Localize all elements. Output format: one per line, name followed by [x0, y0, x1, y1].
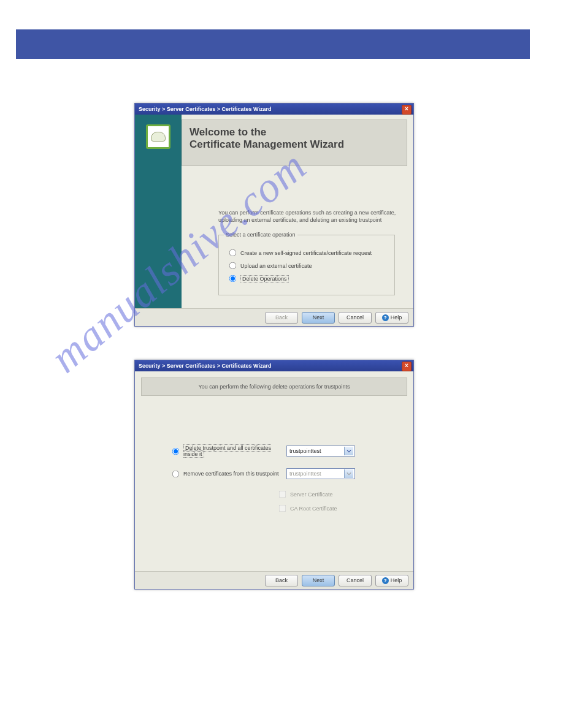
cancel-button[interactable]: Cancel: [339, 312, 372, 324]
window-titlebar[interactable]: Security > Server Certificates > Certifi…: [135, 360, 413, 371]
radio-label: Delete trustpoint and all certificates i…: [183, 444, 271, 458]
wizard2-button-bar: Back Next Cancel ? Help: [135, 571, 413, 589]
back-button-label: Back: [275, 576, 288, 585]
next-button-label: Next: [313, 576, 324, 585]
dropdown-value: trustpointtest: [289, 471, 321, 477]
chevron-down-icon[interactable]: [344, 447, 353, 455]
document-page: manualshive.com Security > Server Certif…: [0, 0, 563, 728]
close-icon[interactable]: ×: [402, 105, 412, 115]
help-button[interactable]: ? Help: [375, 312, 408, 324]
window-titlebar[interactable]: Security > Server Certificates > Certifi…: [135, 104, 413, 115]
dropdown-value: trustpointtest: [289, 448, 321, 454]
radio-upload-certificate[interactable]: Upload an external certificate: [229, 262, 389, 270]
radio-input[interactable]: [172, 470, 180, 477]
window-title-text: Security > Server Certificates > Certifi…: [139, 106, 272, 112]
delete-options-grid: Delete trustpoint and all certificates i…: [172, 445, 389, 512]
checkbox-server-certificate[interactable]: Server Certificate: [278, 490, 389, 498]
operation-fieldset: Select a certificate operation Create a …: [218, 235, 395, 295]
radio-input[interactable]: [172, 447, 180, 455]
window-title-text: Security > Server Certificates > Certifi…: [139, 363, 272, 369]
certificates-wizard-step1-window: Security > Server Certificates > Certifi…: [134, 103, 414, 327]
help-button-label: Help: [391, 313, 402, 322]
operation-fieldset-legend: Select a certificate operation: [224, 232, 297, 238]
back-button[interactable]: Back: [265, 575, 298, 586]
next-button-label: Next: [313, 313, 324, 322]
radio-create-certificate[interactable]: Create a new self-signed certificate/cer…: [229, 249, 389, 257]
radio-delete-operations[interactable]: Delete Operations: [229, 275, 389, 282]
wizard1-body: Welcome to the Certificate Management Wi…: [135, 115, 413, 308]
radio-label: Create a new self-signed certificate/cer…: [240, 250, 372, 256]
wizard-sidebar: [135, 115, 182, 308]
wizard1-button-bar: Back Next Cancel ? Help: [135, 308, 413, 326]
radio-input[interactable]: [229, 262, 237, 270]
cancel-button-label: Cancel: [347, 313, 364, 322]
trustpoint-dropdown[interactable]: trustpointtest: [286, 446, 355, 457]
wizard1-heading-line2: Certificate Management Wizard: [190, 138, 399, 151]
cancel-button[interactable]: Cancel: [339, 575, 372, 586]
page-header-banner: [16, 29, 530, 59]
checkbox-label: Server Certificate: [290, 491, 333, 498]
cancel-button-label: Cancel: [347, 576, 364, 585]
radio-remove-certificates[interactable]: Remove certificates from this trustpoint…: [172, 468, 389, 479]
radio-delete-trustpoint[interactable]: Delete trustpoint and all certificates i…: [172, 445, 389, 457]
checkbox-ca-root-certificate[interactable]: CA Root Certificate: [278, 504, 389, 512]
help-icon: ?: [382, 314, 389, 321]
checkbox-input: [279, 505, 286, 512]
wizard1-content: Welcome to the Certificate Management Wi…: [182, 115, 413, 308]
wizard2-banner-text: You can perform the following delete ope…: [141, 377, 407, 396]
wizard1-intro-text: You can perform certificate operations s…: [218, 209, 401, 224]
wizard1-heading-block: Welcome to the Certificate Management Wi…: [182, 119, 407, 166]
certificate-badge-inner-icon: [151, 132, 166, 142]
checkbox-label: CA Root Certificate: [290, 506, 337, 512]
trustpoint-dropdown-disabled: trustpointtest: [286, 468, 355, 479]
back-button-label: Back: [275, 313, 288, 322]
close-icon[interactable]: ×: [402, 362, 412, 371]
radio-input[interactable]: [229, 275, 237, 282]
checkbox-input: [279, 491, 286, 498]
certificates-wizard-step2-window: Security > Server Certificates > Certifi…: [134, 360, 414, 590]
wizard2-body: You can perform the following delete ope…: [135, 377, 413, 571]
help-button[interactable]: ? Help: [375, 575, 408, 586]
radio-input[interactable]: [229, 249, 237, 257]
radio-label: Upload an external certificate: [240, 263, 312, 269]
next-button[interactable]: Next: [302, 312, 335, 324]
back-button[interactable]: Back: [265, 312, 298, 324]
help-icon: ?: [382, 577, 389, 584]
chevron-down-icon: [344, 469, 353, 478]
radio-label: Delete Operations: [240, 275, 289, 282]
certificate-badge-icon: [146, 124, 170, 149]
help-button-label: Help: [391, 576, 402, 585]
next-button[interactable]: Next: [302, 575, 335, 586]
wizard1-heading-line1: Welcome to the: [190, 126, 399, 138]
radio-label: Remove certificates from this trustpoint: [183, 471, 279, 477]
